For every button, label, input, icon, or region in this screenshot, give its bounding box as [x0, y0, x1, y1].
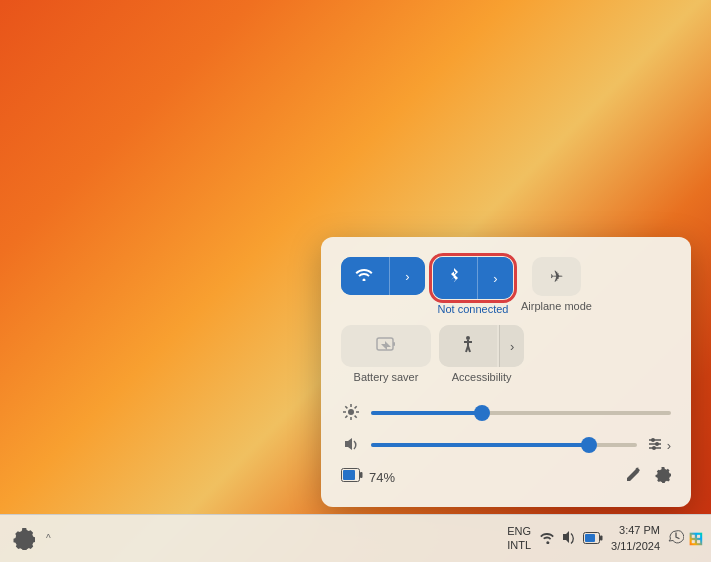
brightness-thumb[interactable] [474, 405, 490, 421]
volume-mixer-icon [647, 436, 663, 455]
battery-info: 74% [341, 468, 395, 486]
svg-point-7 [348, 409, 354, 415]
airplane-button-group: ✈ Airplane mode [521, 257, 592, 315]
wifi-chevron-button[interactable]: › [389, 257, 425, 295]
taskbar-system-icons [539, 530, 603, 548]
panel-bottom: 74% [341, 467, 671, 487]
bluetooth-label: Not connected [438, 303, 509, 315]
accessibility-btn-pair: › [439, 325, 524, 367]
svg-line-15 [345, 415, 347, 417]
taskbar-lang-line2: INTL [507, 539, 531, 552]
svg-point-22 [652, 446, 656, 450]
accessibility-toggle-button[interactable] [439, 325, 497, 367]
svg-rect-28 [600, 535, 603, 540]
accessibility-button-group: › Accessibility [439, 325, 524, 383]
wifi-icon [355, 267, 373, 285]
bluetooth-icon [447, 267, 461, 289]
battery-saver-icon [376, 335, 396, 357]
svg-rect-1 [393, 342, 395, 346]
quick-buttons-row-2: Battery saver › [341, 325, 671, 383]
brightness-slider[interactable] [371, 403, 671, 423]
edit-icon[interactable] [625, 467, 641, 487]
accessibility-chevron-button[interactable]: › [499, 325, 524, 367]
taskbar-left: ^ [8, 523, 51, 555]
taskbar: ^ ENG INTL [0, 514, 711, 562]
taskbar-extra-icons: ⊞ [668, 528, 703, 550]
volume-slider[interactable] [371, 435, 637, 455]
svg-line-6 [468, 346, 470, 352]
wifi-button-group: › [341, 257, 425, 315]
taskbar-time: 3:47 PM [619, 523, 660, 538]
quick-buttons-row-1: › › Not connected ✈ Airp [341, 257, 671, 315]
taskbar-language[interactable]: ENG INTL [507, 525, 531, 551]
battery-saver-label: Battery saver [354, 371, 419, 383]
svg-marker-16 [345, 438, 352, 450]
svg-line-12 [345, 406, 347, 408]
svg-rect-24 [360, 472, 363, 478]
quick-settings-panel: › › Not connected ✈ Airp [321, 237, 691, 507]
volume-icon [341, 436, 361, 455]
wifi-btn-pair: › [341, 257, 425, 295]
battery-saver-button-group: Battery saver [341, 325, 431, 383]
taskbar-volume-icon[interactable] [561, 530, 577, 548]
taskbar-wifi-icon[interactable] [539, 530, 555, 548]
svg-rect-29 [585, 534, 595, 542]
wifi-toggle-button[interactable] [341, 257, 387, 295]
taskbar-time-date[interactable]: 3:47 PM 3/11/2024 [611, 523, 660, 554]
bluetooth-button-group: › Not connected [433, 257, 513, 315]
taskbar-right: ENG INTL [507, 523, 703, 554]
airplane-label: Airplane mode [521, 300, 592, 312]
accessibility-icon [459, 335, 477, 357]
svg-point-20 [651, 438, 655, 442]
taskbar-lang-line1: ENG [507, 525, 531, 538]
volume-chevron[interactable]: › [667, 438, 671, 453]
battery-saver-toggle-button[interactable] [341, 325, 431, 367]
panel-action-icons [625, 467, 671, 487]
taskbar-winlogo-icon[interactable]: ⊞ [688, 528, 703, 550]
airplane-toggle-button[interactable]: ✈ [532, 257, 581, 296]
accessibility-label: Accessibility [452, 371, 512, 383]
brightness-fill [371, 411, 482, 415]
svg-line-14 [355, 406, 357, 408]
brightness-slider-row [341, 403, 671, 423]
svg-point-21 [655, 442, 659, 446]
brightness-icon [341, 404, 361, 423]
svg-line-13 [355, 415, 357, 417]
volume-fill [371, 443, 589, 447]
svg-marker-26 [563, 531, 569, 543]
taskbar-battery-icon[interactable] [583, 530, 603, 548]
taskbar-date: 3/11/2024 [611, 539, 660, 554]
taskbar-settings-icon[interactable] [8, 523, 40, 555]
brightness-track [371, 411, 671, 415]
volume-slider-row: › [341, 435, 671, 455]
settings-icon[interactable] [655, 467, 671, 487]
battery-status-icon [341, 468, 363, 486]
svg-rect-25 [343, 470, 355, 480]
airplane-icon: ✈ [550, 267, 563, 286]
volume-thumb[interactable] [581, 437, 597, 453]
bluetooth-toggle-button[interactable] [433, 257, 475, 299]
bluetooth-btn-pair: › [433, 257, 513, 299]
bluetooth-chevron-button[interactable]: › [477, 257, 513, 299]
taskbar-chevron[interactable]: ^ [46, 533, 51, 544]
volume-track [371, 443, 637, 447]
volume-extra: › [647, 436, 671, 455]
battery-percent-label: 74% [369, 470, 395, 485]
svg-point-2 [466, 336, 470, 340]
taskbar-update-icon[interactable] [668, 529, 684, 549]
